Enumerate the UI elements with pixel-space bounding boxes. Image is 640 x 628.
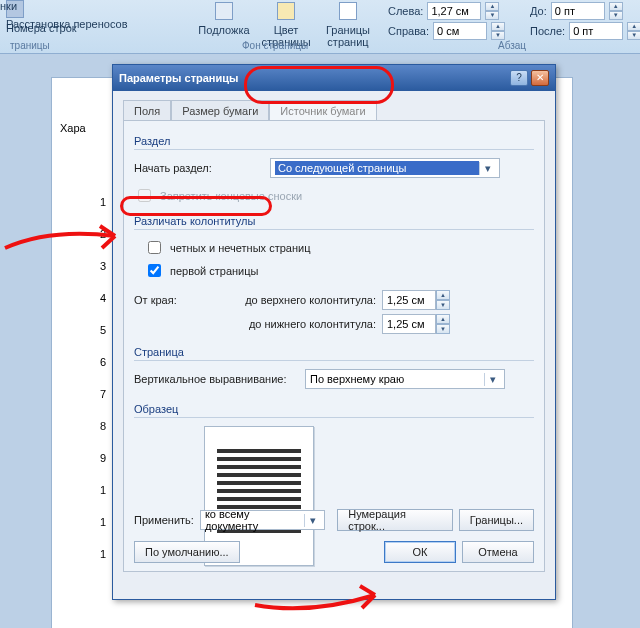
section-start-value: Со следующей страницы bbox=[275, 161, 479, 175]
header-distance-spinner[interactable]: ▲▼ bbox=[382, 290, 450, 310]
section-start-combo[interactable]: Со следующей страницы ▾ bbox=[270, 158, 500, 178]
first-page-checkbox[interactable] bbox=[148, 264, 161, 277]
headers-group-title: Различать колонтитулы bbox=[134, 215, 534, 230]
watermark-icon bbox=[215, 2, 233, 20]
dialog-body: Раздел Начать раздел: Со следующей стран… bbox=[123, 120, 545, 572]
default-button[interactable]: По умолчанию... bbox=[134, 541, 240, 563]
borders-dialog-button[interactable]: Границы... bbox=[459, 509, 534, 531]
dialog-tabs: Поля Размер бумаги Источник бумаги bbox=[123, 99, 549, 120]
indent-left-value[interactable]: 1,27 см bbox=[427, 2, 481, 20]
chevron-down-icon: ▾ bbox=[484, 373, 500, 386]
footer-distance-input[interactable] bbox=[382, 314, 436, 334]
chevron-down-icon: ▾ bbox=[479, 162, 495, 175]
page-borders-button[interactable]: Границы страниц bbox=[318, 24, 378, 48]
tab-paper-source[interactable]: Источник бумаги bbox=[269, 100, 376, 121]
hyphenation-button[interactable]: Расстановка переносов bbox=[6, 18, 127, 30]
dialog-titlebar[interactable]: Параметры страницы ? ✕ bbox=[113, 65, 555, 91]
apply-to-value: ко всему документу bbox=[205, 508, 305, 532]
valign-combo[interactable]: По верхнему краю ▾ bbox=[305, 369, 505, 389]
valign-value: По верхнему краю bbox=[310, 373, 404, 385]
indent-right-value[interactable]: 0 см bbox=[433, 22, 487, 40]
section-start-label: Начать раздел: bbox=[134, 162, 264, 174]
section-group-title: Раздел bbox=[134, 135, 534, 150]
chevron-down-icon: ▾ bbox=[304, 514, 320, 527]
group-page-background-label: Фон страницы bbox=[242, 40, 308, 51]
spacing-after-stepper[interactable]: ▲▼ bbox=[627, 22, 640, 40]
ok-button[interactable]: ОК bbox=[384, 541, 456, 563]
spacing-before-stepper[interactable]: ▲▼ bbox=[609, 2, 623, 20]
close-button[interactable]: ✕ bbox=[531, 70, 549, 86]
tab-paper-size[interactable]: Размер бумаги bbox=[171, 100, 269, 121]
to-footer-label: до нижнего колонтитула: bbox=[208, 318, 376, 330]
page-color-icon bbox=[277, 2, 295, 20]
page-setup-dialog: Параметры страницы ? ✕ Поля Размер бумаг… bbox=[112, 64, 556, 600]
indent-left-stepper[interactable]: ▲▼ bbox=[485, 2, 499, 20]
apply-to-label: Применить: bbox=[134, 514, 194, 526]
help-button[interactable]: ? bbox=[510, 70, 528, 86]
page-text: Хара bbox=[60, 122, 86, 134]
links-fragment: нки bbox=[0, 0, 17, 12]
from-edge-label: От края: bbox=[134, 294, 202, 306]
valign-label: Вертикальное выравнивание: bbox=[134, 373, 299, 385]
indent-right-label: Справа: bbox=[388, 25, 429, 37]
spacing-before-value[interactable]: 0 пт bbox=[551, 2, 605, 20]
indent-left-label: Слева: bbox=[388, 5, 423, 17]
header-distance-input[interactable] bbox=[382, 290, 436, 310]
watermark-button[interactable]: Подложка bbox=[194, 24, 254, 36]
odd-even-label: четных и нечетных страниц bbox=[170, 242, 310, 254]
odd-even-checkbox[interactable] bbox=[148, 241, 161, 254]
page-borders-icon bbox=[339, 2, 357, 20]
group-page-setup-label: траницы bbox=[10, 40, 50, 51]
tab-fields[interactable]: Поля bbox=[123, 100, 171, 121]
page-group-title: Страница bbox=[134, 346, 534, 361]
suppress-endnotes-label: Запретить концевые сноски bbox=[160, 190, 302, 202]
line-numbers-dialog-button[interactable]: Нумерация строк... bbox=[337, 509, 453, 531]
to-header-label: до верхнего колонтитула: bbox=[208, 294, 376, 306]
apply-to-combo[interactable]: ко всему документу ▾ bbox=[200, 510, 325, 530]
cancel-button[interactable]: Отмена bbox=[462, 541, 534, 563]
spacing-before-label: До: bbox=[530, 5, 547, 17]
dialog-title: Параметры страницы bbox=[119, 72, 238, 84]
spacing-after-label: После: bbox=[530, 25, 565, 37]
sample-group-title: Образец bbox=[134, 403, 534, 418]
spacing-after-value[interactable]: 0 пт bbox=[569, 22, 623, 40]
indent-right-stepper[interactable]: ▲▼ bbox=[491, 22, 505, 40]
group-paragraph-label: Абзац bbox=[498, 40, 526, 51]
first-page-label: первой страницы bbox=[170, 265, 258, 277]
suppress-endnotes-checkbox bbox=[138, 189, 151, 202]
ribbon: Номера строк нки Расстановка переносов т… bbox=[0, 0, 640, 54]
footer-distance-spinner[interactable]: ▲▼ bbox=[382, 314, 450, 334]
